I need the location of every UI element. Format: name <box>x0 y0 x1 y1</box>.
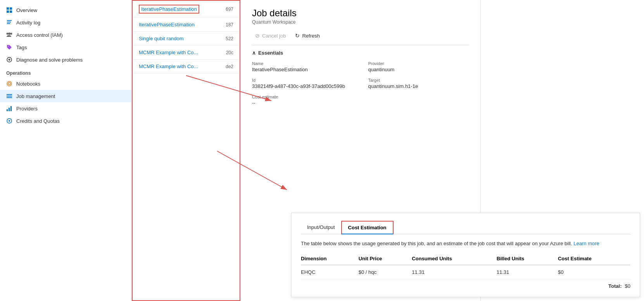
cell-unit-price: $0 / hqc <box>359 265 412 279</box>
svg-rect-17 <box>7 109 8 111</box>
providers-icon <box>6 105 12 112</box>
id-label: Id <box>252 78 353 83</box>
access-control-icon <box>6 32 12 38</box>
svg-point-9 <box>10 33 12 35</box>
cancel-label: Cancel job <box>262 33 286 39</box>
svg-point-12 <box>8 83 10 85</box>
svg-point-7 <box>8 33 10 35</box>
provider-label: Provider <box>368 61 469 66</box>
cancel-job-button[interactable]: ⊘ Cancel job <box>252 31 289 40</box>
sidebar-item-label: Activity log <box>16 20 40 26</box>
col-cost-estimate: Cost Estimate <box>558 253 630 265</box>
target-value: quantinuum.sim.h1-1e <box>368 83 418 89</box>
svg-rect-14 <box>7 96 12 96</box>
svg-rect-19 <box>10 106 12 111</box>
name-value: IterativePhaseEstimation <box>252 67 308 72</box>
chevron-up-icon: ∧ <box>252 50 256 56</box>
job-id: 697 <box>226 7 233 12</box>
essentials-grid: Name IterativePhaseEstimation Provider q… <box>252 61 469 106</box>
cell-dimension: EHQC <box>301 265 359 279</box>
cost-table: Dimension Unit Price Consumed Units Bill… <box>301 253 630 279</box>
svg-rect-2 <box>7 10 9 13</box>
cell-cost-estimate: $0 <box>558 265 630 279</box>
job-name: IterativePhaseEstimation <box>139 22 195 28</box>
id-field: Id 338214f9-a487-430c-a93f-37add00c599b <box>252 78 353 89</box>
notebooks-icon <box>6 81 12 87</box>
cost-label: Cost estimate <box>252 95 353 99</box>
job-list-item[interactable]: Single qubit random 522 <box>133 32 240 46</box>
sidebar-item-label: Providers <box>16 106 38 112</box>
toolbar: ⊘ Cancel job ↻ Refresh <box>252 31 469 45</box>
cost-description: The table below shows the usage generate… <box>301 241 630 246</box>
cell-billed-units: 11.31 <box>497 265 558 279</box>
essentials-section-header[interactable]: ∧ Essentials <box>252 50 469 56</box>
provider-value: quantinuum <box>368 67 395 72</box>
job-list-item[interactable]: IterativePhaseEstimation 697 <box>133 1 240 18</box>
job-list-item[interactable]: IterativePhaseEstimation 187 <box>133 18 240 32</box>
sidebar-item-credits-quotas[interactable]: Credits and Quotas <box>0 115 131 127</box>
cost-estimation-section: Input/Output Cost Estimation The table b… <box>291 213 640 297</box>
job-id: de2 <box>226 64 233 69</box>
job-id: 522 <box>226 36 233 41</box>
cost-field: Cost estimate -- <box>252 95 353 106</box>
job-name: IterativePhaseEstimation <box>139 5 199 14</box>
total-value: $0 <box>625 283 630 289</box>
refresh-icon: ↻ <box>295 33 300 39</box>
provider-field: Provider quantinuum <box>368 61 469 72</box>
job-management-icon <box>6 93 12 99</box>
overview-icon <box>6 7 12 13</box>
table-row: EHQC $0 / hqc 11.31 11.31 $0 <box>301 265 630 279</box>
target-field: Target quantinuum.sim.h1-1e <box>368 78 469 89</box>
credits-icon <box>6 118 12 124</box>
learn-more-link[interactable]: Learn more <box>573 241 599 246</box>
sidebar-item-label: Credits and Quotas <box>16 118 60 124</box>
sidebar-item-label: Diagnose and solve problems <box>16 57 83 63</box>
job-id: 20c <box>226 50 233 55</box>
svg-point-21 <box>9 120 10 122</box>
name-label: Name <box>252 61 353 66</box>
job-list-panel: IterativePhaseEstimation 697 IterativePh… <box>132 0 240 301</box>
sidebar-item-label: Access control (IAM) <box>16 32 63 38</box>
svg-rect-15 <box>7 97 12 98</box>
sidebar-item-providers[interactable]: Providers <box>0 102 131 115</box>
tabs-row: Input/Output Cost Estimation <box>301 221 630 234</box>
sidebar-item-label: Tags <box>16 45 27 50</box>
operations-section-label: Operations <box>0 66 131 77</box>
cost-value: -- <box>252 100 256 106</box>
job-list-item[interactable]: MCMR Example with Co... de2 <box>133 60 240 74</box>
svg-rect-4 <box>7 20 12 21</box>
sidebar-item-notebooks[interactable]: Notebooks <box>0 77 131 90</box>
tab-input-output-label: Input/Output <box>307 224 335 230</box>
svg-rect-0 <box>7 7 9 10</box>
job-list-item[interactable]: MCMR Example with Co... 20c <box>133 46 240 60</box>
col-unit-price: Unit Price <box>359 253 412 265</box>
sidebar-item-label: Notebooks <box>16 81 40 87</box>
svg-rect-6 <box>7 23 10 24</box>
job-id: 187 <box>226 22 233 28</box>
svg-rect-18 <box>9 108 10 111</box>
table-header-row: Dimension Unit Price Consumed Units Bill… <box>301 253 630 265</box>
sidebar-item-job-management[interactable]: Job management <box>0 90 131 102</box>
sidebar-item-access-control[interactable]: Access control (IAM) <box>0 29 131 41</box>
tab-input-output[interactable]: Input/Output <box>301 221 341 234</box>
job-name: MCMR Example with Co... <box>139 50 198 55</box>
cell-consumed-units: 11.31 <box>412 265 496 279</box>
svg-rect-1 <box>10 7 12 10</box>
sidebar-item-tags[interactable]: Tags <box>0 41 131 53</box>
total-label: Total: <box>608 283 622 289</box>
sidebar-item-activity-log[interactable]: Activity log <box>0 16 131 29</box>
tab-cost-estimation[interactable]: Cost Estimation <box>341 221 394 234</box>
job-name: Single qubit random <box>139 36 184 41</box>
col-dimension: Dimension <box>301 253 359 265</box>
name-field: Name IterativePhaseEstimation <box>252 61 353 72</box>
page-subtitle: Quantum Workspace <box>252 19 469 25</box>
col-billed-units: Billed Units <box>497 253 558 265</box>
sidebar-item-diagnose[interactable]: Diagnose and solve problems <box>0 53 131 66</box>
target-label: Target <box>368 78 469 83</box>
sidebar-item-overview[interactable]: Overview <box>0 4 131 16</box>
refresh-button[interactable]: ↻ Refresh <box>292 31 323 40</box>
sidebar-item-label: Overview <box>16 7 37 13</box>
activity-log-icon <box>6 19 12 26</box>
job-name: MCMR Example with Co... <box>139 64 198 69</box>
total-row: Total: $0 <box>301 279 630 289</box>
